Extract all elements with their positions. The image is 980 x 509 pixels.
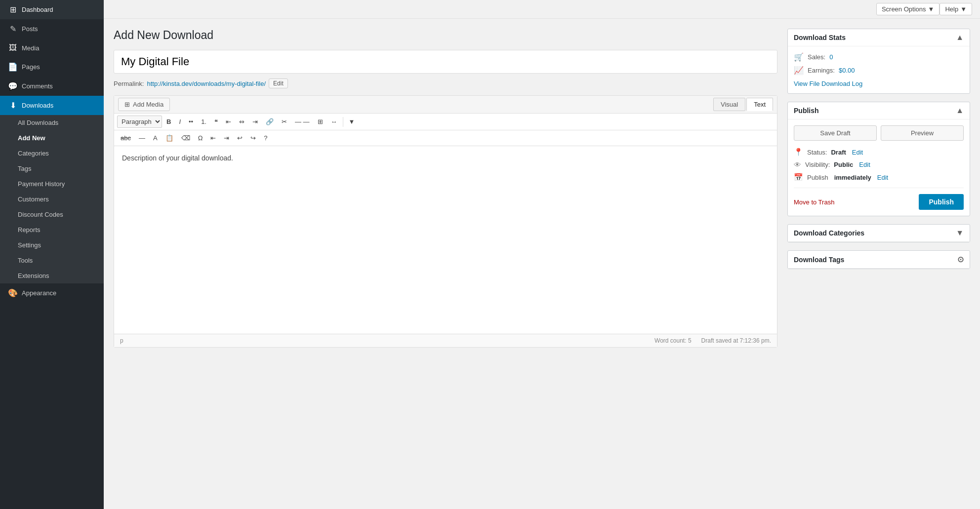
collapse-categories-icon: ▼ bbox=[956, 229, 964, 237]
permalink-url[interactable]: http://kinsta.dev/downloads/my-digital-f… bbox=[147, 80, 266, 87]
sidebar-sub-categories[interactable]: Categories bbox=[0, 146, 104, 161]
sales-row: 🛒 Sales: 0 bbox=[794, 52, 964, 62]
view-log-link[interactable]: View File Download Log bbox=[794, 80, 862, 87]
post-title-input[interactable] bbox=[114, 50, 777, 74]
toolbar-paste-text[interactable]: 📋 bbox=[162, 132, 177, 144]
sidebar-item-pages[interactable]: 📄 Pages bbox=[0, 57, 104, 77]
sidebar: ⊞ Dashboard ✎ Posts 🖼 Media 📄 Pages 💬 Co… bbox=[0, 0, 104, 509]
preview-button[interactable]: Preview bbox=[881, 125, 964, 141]
toolbar-undo[interactable]: ↩ bbox=[234, 132, 246, 144]
publish-button[interactable]: Publish bbox=[919, 194, 964, 210]
toolbar-unordered-list[interactable]: •• bbox=[185, 116, 197, 127]
sidebar-sub-tools[interactable]: Tools bbox=[0, 253, 104, 268]
toolbar-help[interactable]: ? bbox=[260, 132, 271, 144]
downloads-icon: ⬇ bbox=[8, 101, 18, 110]
page-title: Add New Download bbox=[114, 29, 777, 42]
download-stats-header[interactable]: Download Stats ▲ bbox=[788, 29, 970, 46]
toolbar-bold[interactable]: B bbox=[163, 116, 174, 127]
sidebar-sub-reports[interactable]: Reports bbox=[0, 222, 104, 237]
toolbar-ordered-list[interactable]: 1. bbox=[198, 116, 210, 127]
editor-footer-right: Word count: 5 Draft saved at 7:12:36 pm. bbox=[654, 337, 771, 344]
sidebar-sub-customers[interactable]: Customers bbox=[0, 192, 104, 207]
status-edit-link[interactable]: Edit bbox=[852, 149, 863, 156]
visibility-edit-link[interactable]: Edit bbox=[859, 161, 870, 168]
save-draft-button[interactable]: Save Draft bbox=[794, 125, 877, 141]
sidebar-item-label: Media bbox=[22, 44, 39, 52]
editor-wrap: ⊞ Add Media Visual Text Paragraph B I • bbox=[114, 95, 777, 348]
editor-toolbar-row2: abc — A 📋 ⌫ Ω ⇤ ⇥ ↩ ↪ ? bbox=[114, 130, 777, 146]
download-tags-header[interactable]: Download Tags ⊙ bbox=[788, 251, 970, 269]
toolbar-font-color[interactable]: A bbox=[150, 132, 161, 144]
sidebar-item-label: Comments bbox=[22, 82, 53, 90]
media-icon: 🖼 bbox=[8, 43, 18, 52]
publish-time-label: Publish bbox=[807, 174, 828, 181]
sidebar-item-label: Posts bbox=[22, 25, 38, 33]
publish-header[interactable]: Publish ▲ bbox=[788, 102, 970, 119]
content-area: Add New Download Permalink: http://kinst… bbox=[104, 19, 980, 357]
toolbar-link[interactable]: 🔗 bbox=[262, 116, 277, 127]
sidebar-sub-payment-history[interactable]: Payment History bbox=[0, 176, 104, 192]
word-count-label: Word count: bbox=[654, 337, 686, 344]
sidebar-item-media[interactable]: 🖼 Media bbox=[0, 39, 104, 57]
toolbar-show-hide[interactable]: ▼ bbox=[345, 116, 359, 127]
download-categories-box: Download Categories ▼ bbox=[787, 224, 970, 242]
sidebar-sub-settings[interactable]: Settings bbox=[0, 237, 104, 253]
editor-tabs-bar: ⊞ Add Media Visual Text bbox=[114, 96, 777, 114]
sidebar-sub-all-downloads[interactable]: All Downloads bbox=[0, 115, 104, 130]
toolbar-separator bbox=[343, 117, 343, 127]
toolbar-blockquote[interactable]: ❝ bbox=[211, 116, 221, 127]
publish-time-edit-link[interactable]: Edit bbox=[877, 174, 888, 181]
toolbar-table[interactable]: ⊞ bbox=[314, 116, 327, 127]
sales-value[interactable]: 0 bbox=[829, 53, 833, 61]
permalink-bar: Permalink: http://kinsta.dev/downloads/m… bbox=[114, 78, 777, 88]
toolbar-clear-format[interactable]: ⌫ bbox=[178, 132, 194, 144]
editor-body[interactable]: Description of your digital download. bbox=[114, 146, 777, 334]
toolbar-special-char[interactable]: Ω bbox=[195, 132, 206, 144]
add-media-button[interactable]: ⊞ Add Media bbox=[118, 98, 170, 111]
sidebar-sub-add-new[interactable]: Add New bbox=[0, 130, 104, 146]
toolbar-unlink[interactable]: ✂ bbox=[278, 116, 290, 127]
downloads-submenu: All Downloads Add New Categories Tags Pa… bbox=[0, 115, 104, 283]
toolbar-align-right[interactable]: ⇥ bbox=[249, 116, 261, 127]
toolbar-align-left[interactable]: ⇤ bbox=[222, 116, 235, 127]
permalink-edit-button[interactable]: Edit bbox=[269, 78, 288, 88]
sidebar-sub-tags[interactable]: Tags bbox=[0, 161, 104, 176]
sidebar-item-label: Downloads bbox=[22, 102, 53, 109]
sidebar-sub-extensions[interactable]: Extensions bbox=[0, 268, 104, 283]
toolbar-italic[interactable]: I bbox=[175, 116, 184, 127]
editor-tab-group: Visual Text bbox=[713, 98, 773, 111]
sidebar-item-appearance[interactable]: 🎨 Appearance bbox=[0, 283, 104, 303]
topbar: Screen Options ▼ Help ▼ bbox=[104, 0, 980, 19]
sidebar-item-posts[interactable]: ✎ Posts bbox=[0, 19, 104, 39]
status-icon: 📍 bbox=[794, 148, 803, 157]
toolbar-hr[interactable]: — bbox=[135, 132, 149, 144]
sidebar-item-downloads[interactable]: ⬇ Downloads bbox=[0, 96, 104, 115]
download-stats-body: 🛒 Sales: 0 📈 Earnings: $0.00 View File D… bbox=[788, 46, 970, 93]
paragraph-select[interactable]: Paragraph bbox=[117, 116, 162, 128]
editor-body-text: Description of your digital download. bbox=[122, 154, 233, 162]
toolbar-strikethrough[interactable]: abc bbox=[117, 132, 134, 144]
download-categories-header[interactable]: Download Categories ▼ bbox=[788, 225, 970, 242]
content-main: Add New Download Permalink: http://kinst… bbox=[114, 29, 777, 348]
earnings-value[interactable]: $0.00 bbox=[839, 67, 855, 74]
sidebar-sub-discount-codes[interactable]: Discount Codes bbox=[0, 207, 104, 222]
tab-text[interactable]: Text bbox=[746, 98, 773, 111]
toolbar-align-center[interactable]: ⇔ bbox=[236, 116, 248, 127]
toolbar-outdent[interactable]: ⇤ bbox=[207, 132, 219, 144]
comments-icon: 💬 bbox=[8, 81, 18, 91]
help-button[interactable]: Help ▼ bbox=[939, 3, 972, 15]
collapse-stats-icon: ▲ bbox=[956, 33, 964, 42]
toolbar-redo[interactable]: ↪ bbox=[247, 132, 259, 144]
sidebar-item-comments[interactable]: 💬 Comments bbox=[0, 77, 104, 96]
tab-visual[interactable]: Visual bbox=[713, 98, 745, 111]
download-tags-title: Download Tags bbox=[794, 256, 844, 264]
sidebar-item-dashboard[interactable]: ⊞ Dashboard bbox=[0, 0, 104, 19]
toolbar-more-tag[interactable]: — — bbox=[291, 116, 313, 127]
toolbar-fullscreen[interactable]: ↔ bbox=[327, 116, 341, 127]
toolbar-indent[interactable]: ⇥ bbox=[220, 132, 233, 144]
screen-options-chevron-icon: ▼ bbox=[928, 5, 935, 13]
dashboard-icon: ⊞ bbox=[8, 5, 18, 14]
word-count-value: 5 bbox=[688, 337, 692, 344]
screen-options-button[interactable]: Screen Options ▼ bbox=[876, 3, 939, 15]
move-to-trash-link[interactable]: Move to Trash bbox=[794, 198, 834, 206]
